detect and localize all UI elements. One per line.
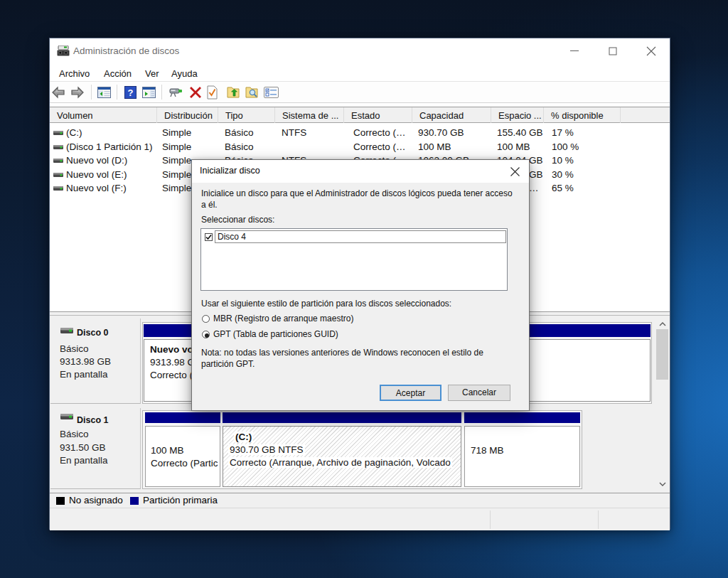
svg-text:?: ? — [128, 87, 134, 98]
